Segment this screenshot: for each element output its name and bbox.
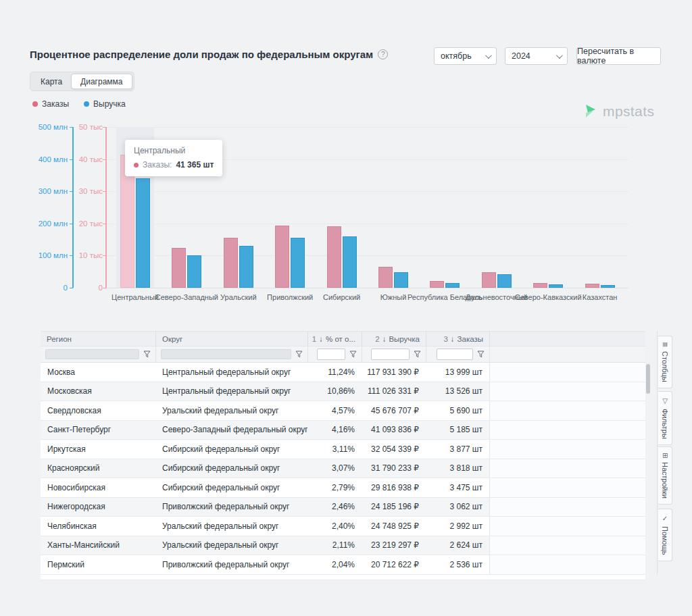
region-cell: Красноярский — [41, 459, 155, 478]
region-cell: Челябинская — [41, 517, 155, 536]
left-axis-line — [72, 127, 74, 288]
tooltip-value: 41 365 шт — [176, 160, 214, 170]
side-tab-Фильтры[interactable]: ▽Фильтры — [658, 391, 672, 445]
column-header-Округ[interactable]: Округ — [155, 332, 307, 346]
column-header-% от о...[interactable]: 1↓% от о... — [307, 332, 362, 346]
table-row-Московская[interactable]: МосковскаяЦентральный федеральный округ1… — [41, 382, 645, 402]
percent-cell: 4,16% — [307, 421, 362, 440]
region-cell: Ханты-Мансийский — [41, 536, 155, 555]
category-label: Северо-Западный — [155, 293, 218, 301]
bar-revenue-1[interactable] — [187, 255, 201, 288]
vertical-scrollbar-thumb[interactable] — [646, 364, 650, 394]
percent-cell: 2,40% — [307, 517, 362, 536]
right-axis-tick — [103, 288, 106, 288]
number-filter-input[interactable] — [437, 349, 473, 360]
number-filter-input[interactable] — [317, 349, 345, 360]
side-tab-Столбцы[interactable]: ≣Столбцы — [658, 336, 672, 388]
orders-cell: 3 877 шт — [426, 440, 489, 459]
orders-cell: 3 475 шт — [426, 478, 489, 497]
column-label: % от о... — [326, 335, 355, 343]
row-filler — [489, 421, 645, 440]
bar-revenue-5[interactable] — [394, 272, 408, 288]
table-row-Иркутская[interactable]: ИркутскаяСибирский федеральный округ3,11… — [41, 440, 645, 459]
bar-orders-1[interactable] — [172, 248, 186, 288]
column-label: Регион — [47, 335, 72, 343]
table-row-Свердловская[interactable]: СвердловскаяУральский федеральный округ4… — [41, 401, 645, 421]
filter-cell-2 — [307, 346, 362, 362]
filter-funnel-icon[interactable] — [477, 351, 485, 358]
table-row-Новосибирская[interactable]: НовосибирскаяСибирский федеральный округ… — [41, 478, 645, 498]
row-filler — [489, 459, 645, 478]
filter-funnel-icon[interactable] — [414, 351, 421, 358]
bar-revenue-3[interactable] — [291, 238, 305, 288]
left-axis-tick-label: 0 — [27, 284, 68, 292]
district-cell: Центральный федеральный округ — [155, 363, 307, 382]
bar-revenue-4[interactable] — [343, 236, 357, 288]
sort-desc-icon: ↓ — [319, 335, 323, 343]
table-row-Ханты-Мансийский[interactable]: Ханты-МансийскийУральский федеральный ок… — [41, 536, 645, 556]
bar-revenue-2[interactable] — [239, 246, 253, 288]
column-label: Заказы — [458, 335, 483, 343]
column-label: Выручка — [389, 335, 420, 343]
text-filter-input[interactable] — [45, 349, 139, 359]
left-axis-tick-label: 100 млн — [27, 252, 68, 259]
column-header-Заказы[interactable]: 3↓Заказы — [426, 332, 489, 346]
right-axis-tick-label: 30 тыс — [72, 188, 103, 195]
bar-revenue-7[interactable] — [497, 274, 512, 288]
revenue-cell: 31 790 233 ₽ — [362, 459, 426, 478]
bar-revenue-9[interactable] — [601, 285, 615, 288]
revenue-cell: 29 816 938 ₽ — [362, 478, 426, 497]
filter-funnel-icon[interactable] — [143, 351, 151, 358]
left-axis-tick-label: 500 млн — [27, 124, 68, 131]
filter-funnel-icon[interactable] — [349, 351, 357, 358]
revenue-cell: 24 185 196 ₽ — [362, 498, 426, 517]
right-axis-tick-label: 0 — [72, 284, 103, 292]
horizontal-scrollbar-track[interactable] — [41, 575, 645, 580]
row-filler — [489, 478, 645, 497]
bar-orders-8[interactable] — [533, 283, 547, 288]
gridline — [106, 127, 628, 128]
revenue-cell: 24 748 925 ₽ — [362, 517, 426, 536]
table-row-Москва[interactable]: МоскваЦентральный федеральный округ11,24… — [41, 363, 645, 382]
tooltip-value-line: Заказы:41 365 шт — [134, 160, 214, 170]
side-tab-label: Столбцы — [661, 351, 669, 382]
side-tab-Помощь[interactable]: ✓Помощь — [658, 509, 672, 561]
number-filter-input[interactable] — [371, 349, 410, 360]
table-row-Пермский[interactable]: ПермскийПриволжский федеральный округ2,0… — [41, 555, 645, 575]
bar-revenue-8[interactable] — [549, 284, 563, 288]
tooltip-title: Центральный — [134, 146, 214, 155]
orders-cell: 2 624 шт — [426, 536, 489, 555]
bar-orders-7[interactable] — [482, 272, 496, 288]
district-cell: Приволжский федеральный округ — [155, 555, 307, 574]
column-header-Регион[interactable]: Регион — [41, 332, 155, 346]
bar-orders-6[interactable] — [430, 281, 444, 288]
bar-orders-4[interactable] — [327, 226, 341, 288]
filter-funnel-icon[interactable] — [295, 351, 303, 358]
table-row-Челябинская[interactable]: ЧелябинскаяУральский федеральный округ2,… — [41, 517, 645, 536]
row-filler — [489, 363, 645, 382]
bar-orders-5[interactable] — [378, 267, 393, 288]
bar-orders-2[interactable] — [224, 238, 238, 288]
table-row-Нижегородская[interactable]: НижегородскаяПриволжский федеральный окр… — [41, 498, 645, 517]
row-filler — [489, 498, 645, 517]
district-cell: Уральский федеральный округ — [155, 536, 307, 555]
bar-orders-9[interactable] — [585, 284, 599, 288]
table-row-Санкт-Петербург[interactable]: Санкт-ПетербургСеверо-Западный федеральн… — [41, 421, 645, 440]
column-header-Выручка[interactable]: 2↓Выручка — [362, 332, 426, 346]
text-filter-input[interactable] — [161, 349, 291, 359]
filter-cell-3 — [362, 346, 426, 362]
district-cell: Уральский федеральный округ — [155, 517, 307, 536]
sort-order-number: 3 — [443, 335, 447, 343]
orders-cell: 13 526 шт — [426, 382, 489, 401]
bar-orders-3[interactable] — [275, 226, 289, 288]
region-cell: Нижегородская — [41, 498, 155, 517]
gridline — [106, 288, 628, 288]
percent-cell: 4,57% — [307, 401, 362, 420]
bar-revenue-6[interactable] — [445, 283, 460, 288]
orders-cell: 3 818 шт — [426, 459, 489, 478]
table-row-Красноярский[interactable]: КрасноярскийСибирский федеральный округ3… — [41, 459, 645, 479]
percent-cell: 10,86% — [307, 382, 362, 401]
left-axis-tick-label: 200 млн — [27, 220, 68, 228]
bar-revenue-0[interactable] — [136, 178, 150, 288]
side-tab-Настройки[interactable]: ⊞Настройки — [658, 446, 672, 505]
